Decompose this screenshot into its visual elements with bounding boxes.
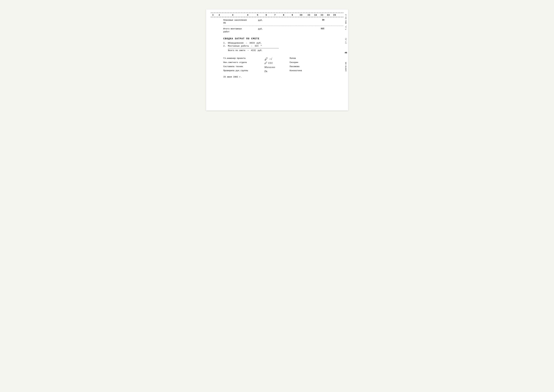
item-1-amount: 32I <box>255 45 259 47</box>
signature-2-sign: Maхалко <box>264 66 275 69</box>
name-0: Попов <box>290 56 321 60</box>
col-4-header: 4 <box>242 14 253 16</box>
right-vertical-panel: Т.п. 801-II-2 (7.I) 46 18078-05 <box>345 14 347 71</box>
signature-signs: 🖊 –√ 🖊 ℓℓℓ Maхалко Пк <box>264 56 290 79</box>
name-1: Сизорин <box>290 60 321 64</box>
right-label-3: 46 <box>345 52 347 54</box>
planned-savings-unit: руб. <box>258 19 271 21</box>
item-0-amount: 38I0 <box>249 42 255 44</box>
planned-savings-label: Плановые накопления 6% <box>223 19 258 24</box>
col-9-header: 9 <box>288 14 297 16</box>
planned-savings-value: I8 <box>322 19 324 21</box>
col-15-header: I5 <box>332 14 338 16</box>
col-6-header: 6 <box>262 14 271 16</box>
total-label: Всего по смете <box>228 49 245 52</box>
role-2: Составила техник <box>223 64 264 69</box>
row-planned-savings: Плановые накопления 6% руб. I8 <box>223 17 343 26</box>
col-2-header: 2 <box>215 14 223 16</box>
col-10-header: IO <box>297 14 305 16</box>
signatures-section: Гл.инженер проекта Нач.сметного отдела С… <box>223 56 343 79</box>
summary-section: СВОДКА ЗАТРАТ ПО СМЕТЕ I. Оборудование –… <box>223 37 343 52</box>
date-line: I5 июня I98I г. <box>223 75 264 79</box>
summary-item-0: I. Оборудование – 38I0 руб. <box>223 42 343 44</box>
sig-0-cursive: –√ <box>269 57 272 61</box>
item-1-unit: " <box>261 45 262 47</box>
name-3: Конокотина <box>290 69 321 73</box>
item-0-name: Оборудование <box>228 42 244 44</box>
right-label-4: 18078-05 <box>345 62 347 71</box>
document-page: I 2 3 4 5 6 7 8 9 IO II I2 I3 I4 I5 План… <box>206 9 348 111</box>
total-unit: руб. <box>258 49 263 52</box>
item-0-num: I. <box>223 42 226 44</box>
right-label-1: Т.п. 801-II-2 <box>345 14 347 30</box>
col-14-header: I4 <box>325 14 332 16</box>
item-0-unit: руб. <box>257 42 262 44</box>
role-3: Проверила рук.группы <box>223 69 264 73</box>
item-1-name: Монтажные работы <box>228 45 249 47</box>
total-amount: 4I3I <box>251 49 256 52</box>
item-0-dash: – <box>246 42 247 44</box>
total-assembly-value: 32I <box>321 28 324 30</box>
col-12-header: I2 <box>313 14 319 16</box>
name-2: Пахомова <box>290 64 321 69</box>
col-8-header: 8 <box>279 14 288 16</box>
col-5-header: 5 <box>253 14 262 16</box>
total-dash: – <box>248 49 249 52</box>
signature-1-sign: 🖊 ℓℓℓ <box>264 61 273 65</box>
signature-roles: Гл.инженер проекта Нач.сметного отдела С… <box>223 56 264 79</box>
role-1: Нач.сметного отдела <box>223 60 264 64</box>
right-label-2: (7.I) <box>345 38 347 44</box>
signature-0-sign: 🖊 <box>264 57 268 61</box>
total-assembly-unit: руб. <box>258 28 271 30</box>
col-11-header: II <box>305 14 313 16</box>
row-total-assembly: Итого монтажных работ руб. 32I <box>223 26 343 35</box>
summary-total: Всего по смете – 4I3I руб. <box>223 49 343 52</box>
content-area: Плановые накопления 6% руб. I8 Итого мон… <box>211 17 343 79</box>
col-13-header: I3 <box>319 14 325 16</box>
item-1-dash: – <box>251 45 252 47</box>
signature-3-sign: Пк <box>264 70 267 73</box>
signature-names: Попов Сизорин Пахомова Конокотина <box>290 56 321 79</box>
summary-divider <box>228 48 279 48</box>
summary-item-1: 2. Монтажные работы – 32I " <box>223 45 343 47</box>
item-1-num: 2. <box>223 45 226 47</box>
summary-title: СВОДКА ЗАТРАТ ПО СМЕТЕ <box>223 37 343 40</box>
page-wrapper: I 2 3 4 5 6 7 8 9 IO II I2 I3 I4 I5 План… <box>206 5 348 115</box>
col-3-header: 3 <box>223 14 242 16</box>
role-0: Гл.инженер проекта <box>223 56 264 60</box>
col-1-header: I <box>211 14 215 16</box>
total-assembly-label: Итого монтажных работ <box>223 28 258 33</box>
col-7-header: 7 <box>271 14 279 16</box>
column-header-row: I 2 3 4 5 6 7 8 9 IO II I2 I3 I4 I5 <box>211 13 343 17</box>
